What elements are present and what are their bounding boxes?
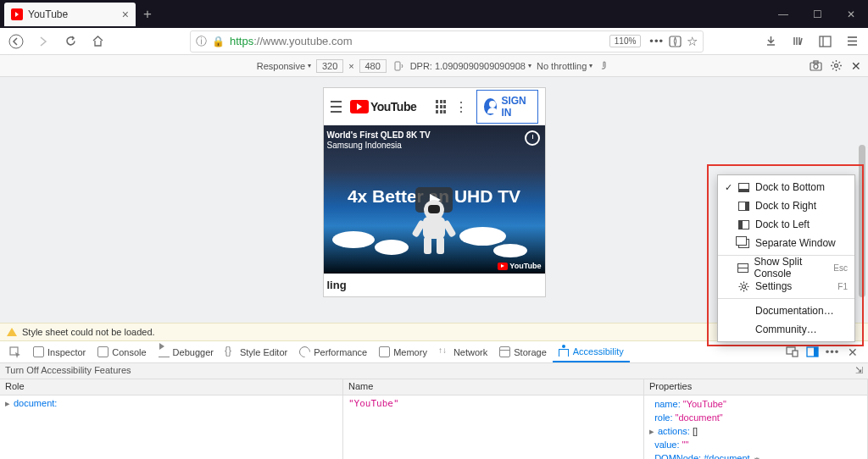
viewport-width-input[interactable]: 320 bbox=[316, 59, 343, 73]
dock-bottom-item[interactable]: ✓Dock to Bottom bbox=[718, 178, 854, 196]
tab-accessibility[interactable]: Accessibility bbox=[553, 341, 630, 362]
separate-window-item[interactable]: Separate Window bbox=[718, 234, 854, 252]
split-console-item[interactable]: Show Split ConsoleEsc bbox=[718, 258, 854, 277]
minimize-button[interactable]: — bbox=[766, 0, 800, 28]
reader-icon[interactable] bbox=[669, 36, 682, 47]
kebab-menu-icon[interactable]: ⋮ bbox=[454, 99, 468, 115]
separate-window-icon bbox=[738, 239, 749, 248]
tab-style-editor[interactable]: Style Editor bbox=[220, 341, 293, 362]
downloads-icon[interactable] bbox=[760, 30, 782, 53]
tab-network[interactable]: Network bbox=[433, 341, 493, 362]
home-button[interactable] bbox=[86, 30, 108, 53]
role-tree[interactable]: ▸document: bbox=[0, 395, 342, 412]
name-value[interactable]: "YouTube" bbox=[343, 395, 643, 412]
community-item[interactable]: Community… bbox=[718, 320, 854, 339]
youtube-logo[interactable]: YouTube bbox=[350, 100, 416, 113]
dock-context-menu: ✓Dock to Bottom Dock to Right Dock to Le… bbox=[717, 174, 855, 342]
new-tab-button[interactable]: + bbox=[136, 3, 159, 26]
thumb-overlay-line2: Samsung Indonesia bbox=[327, 141, 402, 150]
device-select[interactable]: Responsive▾ bbox=[257, 61, 311, 71]
tab-inspector[interactable]: Inspector bbox=[27, 341, 92, 362]
warning-text: Style sheet could not be loaded. bbox=[22, 327, 155, 337]
devtools-menu-icon[interactable]: ••• bbox=[826, 346, 839, 359]
video-thumbnail[interactable]: World's First QLED 8K TV Samsung Indones… bbox=[324, 125, 545, 274]
svg-point-17 bbox=[743, 285, 746, 288]
svg-point-11 bbox=[834, 64, 837, 68]
tab-close-icon[interactable]: × bbox=[122, 8, 129, 21]
pick-element-icon[interactable] bbox=[3, 341, 27, 362]
accessibility-panels: Role ▸document: Name "YouTube" Propertie… bbox=[0, 379, 868, 459]
gear-icon bbox=[738, 281, 749, 292]
sidebar-icon[interactable] bbox=[814, 30, 836, 53]
turn-off-link[interactable]: Turn Off Accessibility Features bbox=[5, 365, 131, 375]
properties-header: Properties bbox=[644, 379, 867, 395]
dpr-select[interactable]: DPR: 1.0909090909090908▾ bbox=[410, 61, 531, 71]
tab-storage[interactable]: Storage bbox=[493, 341, 553, 362]
video-title-fragment: ling bbox=[324, 274, 545, 296]
viewport-height-input[interactable]: 480 bbox=[359, 59, 387, 73]
split-console-icon bbox=[737, 263, 748, 273]
responsive-mode-icon[interactable] bbox=[785, 346, 798, 359]
prop-actions[interactable]: ▸actions: [] bbox=[649, 425, 862, 439]
properties-body: name: "YouTube" role: "document" ▸action… bbox=[644, 395, 867, 459]
url-bar[interactable]: ⓘ 🔒 https://www.youtube.com 110% ••• ☆ bbox=[190, 30, 704, 53]
tab-console[interactable]: Console bbox=[92, 341, 152, 362]
accessibility-toolbar: Turn Off Accessibility Features ⇲ bbox=[0, 363, 868, 379]
app-menu-icon[interactable] bbox=[841, 30, 863, 53]
dock-left-item[interactable]: Dock to Left bbox=[718, 215, 854, 234]
svg-rect-14 bbox=[793, 351, 798, 357]
tab-memory[interactable]: Memory bbox=[373, 341, 433, 362]
inspect-node-icon[interactable]: ⚙ bbox=[753, 455, 761, 459]
tab-title: YouTube bbox=[28, 8, 68, 20]
rotate-icon[interactable] bbox=[392, 59, 405, 73]
url-text: https://www.youtube.com bbox=[230, 35, 353, 47]
warning-icon bbox=[7, 328, 17, 336]
youtube-wordmark: YouTube bbox=[370, 100, 416, 113]
settings-item[interactable]: SettingsF1 bbox=[718, 277, 854, 296]
prop-domnode[interactable]: DOMNode: #document ⚙ bbox=[649, 452, 862, 459]
watch-later-icon[interactable] bbox=[525, 130, 540, 146]
menu-separator bbox=[718, 298, 854, 299]
touch-icon[interactable] bbox=[598, 59, 611, 73]
svg-rect-7 bbox=[395, 62, 400, 70]
scrollbar[interactable] bbox=[859, 145, 865, 297]
sign-in-label: SIGN IN bbox=[501, 95, 530, 119]
sign-in-button[interactable]: SIGN IN bbox=[476, 90, 537, 124]
browser-navbar: ⓘ 🔒 https://www.youtube.com 110% ••• ☆ bbox=[0, 28, 868, 55]
thumb-overlay-line1: World's First QLED 8K TV bbox=[327, 130, 431, 140]
throttle-select[interactable]: No throttling▾ bbox=[537, 61, 593, 71]
bookmark-star-icon[interactable]: ☆ bbox=[687, 34, 698, 49]
dock-right-icon bbox=[738, 202, 749, 211]
back-button[interactable] bbox=[5, 30, 27, 53]
zoom-badge[interactable]: 110% bbox=[609, 35, 642, 47]
lock-icon: 🔒 bbox=[212, 36, 225, 47]
hamburger-icon[interactable] bbox=[331, 101, 342, 113]
prop-value[interactable]: value: "" bbox=[649, 439, 862, 452]
dimension-x: × bbox=[348, 61, 353, 71]
library-icon[interactable] bbox=[787, 30, 809, 53]
devtools-close-icon[interactable]: ✕ bbox=[846, 346, 860, 359]
page-actions-icon[interactable]: ••• bbox=[649, 35, 664, 47]
name-panel: Name "YouTube" bbox=[343, 379, 644, 459]
devtools-tabbar: Inspector Console Debugger Style Editor … bbox=[0, 341, 868, 363]
dock-right-item[interactable]: Dock to Right bbox=[718, 196, 854, 215]
apps-grid-icon[interactable] bbox=[436, 100, 446, 113]
dock-mode-icon[interactable] bbox=[805, 346, 819, 359]
expand-all-icon[interactable]: ⇲ bbox=[855, 365, 863, 376]
prop-role[interactable]: role: "document" bbox=[649, 412, 862, 425]
youtube-play-icon bbox=[350, 100, 369, 113]
window-close-button[interactable]: ✕ bbox=[834, 0, 868, 28]
forward-button[interactable] bbox=[32, 30, 54, 53]
youtube-header: YouTube ⋮ SIGN IN bbox=[324, 88, 545, 125]
rdm-close-icon[interactable]: ✕ bbox=[849, 59, 863, 73]
settings-cog-icon[interactable] bbox=[829, 59, 843, 73]
tab-debugger[interactable]: Debugger bbox=[153, 341, 220, 362]
info-icon[interactable]: ⓘ bbox=[196, 34, 207, 49]
maximize-button[interactable]: ☐ bbox=[800, 0, 834, 28]
prop-name[interactable]: name: "YouTube" bbox=[649, 398, 862, 412]
browser-tab[interactable]: YouTube × bbox=[4, 3, 136, 26]
screenshot-icon[interactable] bbox=[809, 59, 822, 73]
tab-performance[interactable]: Performance bbox=[293, 341, 373, 362]
documentation-item[interactable]: Documentation… bbox=[718, 301, 854, 320]
reload-button[interactable] bbox=[59, 30, 81, 53]
